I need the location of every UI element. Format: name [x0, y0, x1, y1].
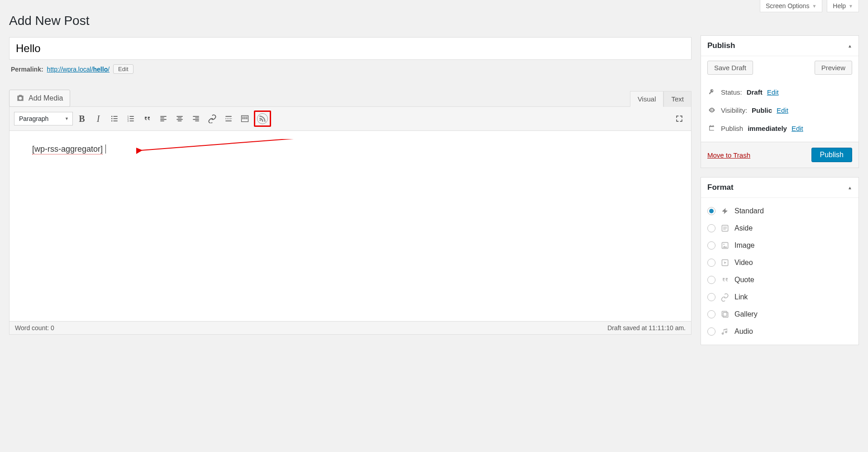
aside-format-icon — [720, 223, 730, 233]
paragraph-format-select[interactable]: Paragraph — [14, 112, 73, 125]
svg-point-0 — [111, 116, 113, 117]
calendar-icon — [707, 124, 716, 133]
permalink-url[interactable]: http://wpra.local/hello/ — [47, 66, 110, 73]
svg-rect-13 — [160, 118, 164, 119]
save-draft-button[interactable]: Save Draft — [707, 61, 753, 75]
format-radio[interactable] — [707, 224, 715, 232]
bullet-list-button[interactable] — [107, 112, 122, 125]
svg-rect-25 — [225, 118, 231, 119]
svg-text:3: 3 — [128, 120, 129, 122]
add-media-button[interactable]: Add Media — [9, 90, 70, 107]
svg-rect-1 — [114, 116, 118, 117]
annotation-arrow — [136, 139, 326, 166]
align-left-button[interactable] — [156, 112, 171, 125]
svg-rect-5 — [114, 120, 118, 121]
format-option-link[interactable]: Link — [707, 289, 852, 306]
read-more-button[interactable] — [221, 112, 236, 125]
visual-tab[interactable]: Visual — [630, 91, 664, 107]
fullscreen-button[interactable] — [672, 112, 687, 125]
format-option-standard[interactable]: Standard — [707, 202, 852, 220]
camera-music-icon — [16, 94, 25, 103]
svg-rect-30 — [246, 117, 248, 118]
format-radio[interactable] — [707, 207, 715, 215]
svg-rect-18 — [176, 119, 182, 120]
publish-box-toggle[interactable]: Publish▲ — [701, 36, 858, 56]
audio-format-icon — [720, 327, 730, 337]
permalink-edit-button[interactable]: Edit — [113, 64, 133, 74]
post-title-input[interactable] — [9, 37, 692, 60]
format-radio[interactable] — [707, 259, 715, 267]
format-option-image[interactable]: Image — [707, 237, 852, 254]
preview-button[interactable]: Preview — [815, 61, 852, 75]
quote-format-icon — [720, 275, 730, 285]
gallery-format-icon — [720, 309, 730, 319]
svg-rect-31 — [242, 118, 243, 119]
italic-button[interactable]: I — [91, 112, 105, 125]
format-label: Standard — [734, 207, 764, 215]
svg-point-4 — [111, 120, 113, 122]
format-label: Image — [734, 241, 754, 250]
standard-format-icon — [720, 206, 730, 216]
format-radio[interactable] — [707, 276, 715, 284]
svg-rect-9 — [130, 118, 134, 119]
format-option-quote[interactable]: Quote — [707, 271, 852, 289]
status-label: Status: — [721, 88, 742, 96]
format-radio[interactable] — [707, 241, 715, 250]
toolbar-toggle-button[interactable] — [238, 112, 252, 125]
svg-point-2 — [111, 118, 113, 120]
format-label: Gallery — [734, 310, 758, 318]
publish-time-edit-link[interactable]: Edit — [792, 125, 803, 132]
format-option-video[interactable]: Video — [707, 254, 852, 271]
format-label: Aside — [734, 224, 753, 232]
format-box-toggle[interactable]: Format▲ — [701, 178, 858, 198]
format-label: Audio — [734, 327, 753, 336]
format-radio[interactable] — [707, 293, 715, 301]
format-option-audio[interactable]: Audio — [707, 323, 852, 340]
word-count: Word count: 0 — [15, 324, 54, 332]
format-option-gallery[interactable]: Gallery — [707, 306, 852, 323]
visibility-value: Public — [752, 106, 772, 114]
svg-line-34 — [141, 139, 317, 150]
svg-rect-38 — [723, 229, 726, 230]
svg-rect-3 — [114, 118, 118, 119]
svg-rect-20 — [193, 116, 199, 117]
svg-rect-32 — [244, 118, 245, 119]
svg-rect-24 — [225, 116, 231, 117]
svg-rect-19 — [178, 120, 181, 121]
svg-rect-36 — [723, 227, 727, 227]
visibility-edit-link[interactable]: Edit — [777, 106, 788, 114]
visibility-label: Visibility: — [721, 106, 747, 114]
format-radio[interactable] — [707, 327, 715, 336]
format-option-aside[interactable]: Aside — [707, 220, 852, 237]
svg-rect-23 — [195, 120, 199, 121]
eye-icon — [707, 106, 716, 115]
rss-shortcode-button[interactable] — [254, 111, 271, 127]
svg-rect-43 — [722, 311, 727, 316]
align-center-button[interactable] — [172, 112, 187, 125]
bold-button[interactable]: B — [75, 112, 89, 125]
blockquote-button[interactable] — [140, 112, 154, 125]
publish-time-label: Publish — [721, 125, 743, 132]
format-label: Video — [734, 259, 753, 267]
publish-button[interactable]: Publish — [811, 148, 852, 162]
editor-content-area[interactable]: [wp-rss-aggregator] — [10, 131, 691, 321]
status-edit-link[interactable]: Edit — [767, 88, 779, 96]
screen-options-tab[interactable]: Screen Options▼ — [760, 0, 822, 12]
format-label: Link — [734, 293, 748, 301]
publish-time-value: immediately — [748, 125, 787, 132]
numbered-list-button[interactable]: 123 — [124, 112, 138, 125]
link-button[interactable] — [205, 112, 219, 125]
align-right-button[interactable] — [189, 112, 203, 125]
svg-rect-42 — [723, 313, 728, 317]
help-tab[interactable]: Help▼ — [827, 0, 859, 12]
svg-rect-29 — [244, 117, 245, 118]
link-format-icon — [720, 292, 730, 302]
key-icon — [707, 87, 716, 96]
format-radio[interactable] — [707, 310, 715, 318]
move-to-trash-link[interactable]: Move to Trash — [707, 151, 750, 159]
svg-rect-12 — [160, 116, 166, 117]
format-label: Quote — [734, 276, 754, 284]
svg-rect-26 — [225, 120, 231, 121]
text-tab[interactable]: Text — [663, 91, 692, 107]
svg-rect-33 — [246, 118, 248, 119]
